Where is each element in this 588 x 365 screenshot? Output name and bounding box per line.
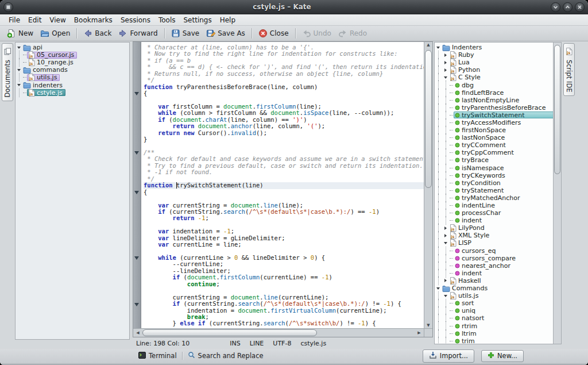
tree-scroll-thumb[interactable] bbox=[554, 45, 560, 174]
tree-item[interactable]: cursors_eq bbox=[454, 247, 499, 254]
collapse-arrow-icon[interactable] bbox=[16, 69, 22, 71]
titlebar[interactable]: cstyle.js – Kate bbox=[0, 0, 588, 14]
script-item-trycppcomment[interactable]: tryCppComment bbox=[435, 149, 561, 156]
tree-item[interactable]: tryCondition bbox=[454, 179, 504, 186]
code-line[interactable]: { bbox=[144, 189, 424, 195]
tree-item[interactable]: jsPython bbox=[448, 67, 483, 74]
scroll-left-arrow-icon[interactable]: ◀ bbox=[134, 331, 142, 335]
menu-edit[interactable]: Edit bbox=[24, 16, 45, 25]
menu-help[interactable]: Help bbox=[216, 16, 239, 25]
tree-item[interactable]: jsHaskell bbox=[448, 277, 484, 284]
script-item-processchar[interactable]: processChar bbox=[435, 209, 561, 217]
insert-mode-indicator[interactable]: INS bbox=[230, 340, 240, 347]
expand-arrow-icon[interactable] bbox=[442, 279, 448, 282]
fold-marker-icon[interactable] bbox=[134, 92, 139, 95]
code-line[interactable]: function tryParenthesisBeforeBrace(line,… bbox=[144, 84, 424, 90]
tree-item[interactable]: tryCKeywords bbox=[454, 172, 508, 179]
document-item-utils-js[interactable]: jsutils.js bbox=[16, 74, 129, 81]
document-item-cstyle-js[interactable]: jscstyle.js bbox=[16, 89, 129, 97]
script-item-tryckeywords[interactable]: tryCKeywords bbox=[435, 172, 561, 179]
script-item-trystatement[interactable]: tryStatement bbox=[435, 187, 561, 194]
new-button[interactable]: New bbox=[3, 28, 37, 39]
maximize-icon[interactable] bbox=[563, 2, 572, 12]
horizontal-scroll-thumb[interactable] bbox=[142, 329, 317, 336]
tree-item[interactable]: Indenters bbox=[441, 44, 485, 51]
documents-tab[interactable]: Documents bbox=[2, 43, 13, 101]
script-item-uniq[interactable]: uniq bbox=[435, 307, 561, 314]
script-item-trycondition[interactable]: tryCondition bbox=[435, 179, 561, 187]
expand-arrow-icon[interactable] bbox=[442, 53, 448, 57]
collapse-arrow-icon[interactable] bbox=[435, 287, 441, 290]
tree-item[interactable]: indent bbox=[454, 270, 485, 276]
tree-item[interactable]: lastNonSpace bbox=[454, 135, 508, 141]
menu-file[interactable]: File bbox=[5, 16, 24, 25]
collapse-arrow-icon[interactable] bbox=[442, 295, 448, 297]
tree-item[interactable]: jsRuby bbox=[448, 52, 477, 59]
tree-item[interactable]: jsutils.js bbox=[27, 74, 60, 81]
close-button[interactable]: Close bbox=[255, 28, 292, 39]
fold-marker-icon[interactable] bbox=[134, 191, 139, 194]
script-item-tryaccessmodifiers[interactable]: tryAccessModifiers bbox=[435, 119, 561, 126]
scroll-up-arrow-icon[interactable]: ▲ bbox=[424, 43, 432, 47]
scroll-right-arrow-icon[interactable]: ▶ bbox=[415, 331, 423, 335]
tree-item[interactable]: uniq bbox=[454, 308, 478, 314]
minimize-icon[interactable] bbox=[551, 2, 560, 12]
tree-item[interactable]: js05_cursor.js bbox=[27, 52, 77, 59]
close-window-icon[interactable] bbox=[575, 2, 585, 12]
back-button[interactable]: Back bbox=[80, 28, 115, 39]
tree-item[interactable]: trim bbox=[454, 337, 478, 344]
scroll-down-arrow-icon[interactable]: ▼ bbox=[424, 323, 432, 328]
script-item-trymatchedanchor[interactable]: tryMatchedAnchor bbox=[435, 194, 561, 202]
tree-item[interactable]: indenters bbox=[22, 82, 65, 89]
code-line[interactable]: return new Cursor().invalid(); bbox=[144, 130, 424, 136]
script-item-cursors-compare[interactable]: cursors_compare bbox=[435, 255, 561, 262]
tree-item[interactable]: tryMatchedAnchor bbox=[454, 194, 523, 201]
document-item-05-cursor-js[interactable]: js05_cursor.js bbox=[16, 51, 129, 59]
encoding-indicator[interactable]: UTF-8 bbox=[273, 340, 291, 347]
script-item-firstnonspace[interactable]: firstNonSpace bbox=[435, 126, 561, 134]
tree-item[interactable]: lastNonEmptyLine bbox=[454, 97, 522, 103]
code-line[interactable]: function trySwitchStatement(line) bbox=[144, 182, 424, 189]
code-line[interactable]: } else if (currentString.search(/^\s*swi… bbox=[144, 320, 424, 326]
tree-item[interactable]: jsLilyPond bbox=[448, 225, 488, 232]
tree-item[interactable]: sort bbox=[454, 300, 477, 307]
expand-arrow-icon[interactable] bbox=[442, 68, 448, 72]
vertical-scroll-thumb[interactable] bbox=[425, 50, 432, 188]
tree-item[interactable]: indent bbox=[454, 217, 485, 224]
code-line[interactable]: * Returns null, if no success, otherwise… bbox=[144, 71, 424, 77]
document-item-indenters[interactable]: indenters bbox=[16, 81, 129, 89]
script-item-haskell[interactable]: jsHaskell bbox=[435, 277, 561, 285]
tree-item[interactable]: tryAccessModifiers bbox=[454, 119, 524, 126]
tree-item[interactable]: processChar bbox=[454, 210, 504, 217]
tree-item[interactable]: jsC Style bbox=[448, 74, 483, 81]
save-button[interactable]: Save bbox=[168, 28, 203, 39]
code-line[interactable]: } bbox=[144, 136, 424, 143]
tree-item[interactable]: trySwitchStatement bbox=[454, 112, 561, 118]
code-line[interactable] bbox=[144, 143, 424, 149]
tree-item[interactable]: tryBrace bbox=[454, 157, 492, 164]
save-as-button[interactable]: Save As bbox=[203, 28, 249, 39]
menu-sessions[interactable]: Sessions bbox=[117, 16, 154, 25]
tree-item[interactable]: nearest_anchor bbox=[454, 262, 513, 269]
tree-item[interactable]: api bbox=[22, 44, 45, 51]
menu-tools[interactable]: Tools bbox=[154, 16, 180, 25]
script-item-indenters[interactable]: Indenters bbox=[435, 44, 561, 51]
script-item-commands[interactable]: Commands bbox=[435, 285, 561, 292]
document-item-commands[interactable]: commands bbox=[16, 66, 129, 74]
tree-item[interactable]: tryStatement bbox=[454, 187, 506, 194]
new-button[interactable]: New... bbox=[481, 350, 524, 362]
script-item-utils-js[interactable]: jsutils.js bbox=[435, 292, 561, 299]
tree-item[interactable]: cursors_compare bbox=[454, 255, 519, 262]
tree-item[interactable]: js10_range.js bbox=[27, 59, 76, 66]
tree-item[interactable]: tryParenthesisBeforeBrace bbox=[454, 104, 548, 111]
script-item-indent[interactable]: indent bbox=[435, 217, 561, 224]
open-button[interactable]: Open bbox=[37, 28, 74, 39]
code-line[interactable]: continue; bbox=[144, 281, 424, 287]
document-item-api[interactable]: api bbox=[16, 44, 129, 51]
script-item-findleftbrace[interactable]: findLeftBrace bbox=[435, 89, 561, 97]
editor-vertical-scrollbar[interactable]: ▲ ▼ bbox=[424, 42, 432, 328]
tree-item[interactable]: tryCppComment bbox=[454, 149, 517, 156]
code-line[interactable]: return -1; bbox=[144, 215, 424, 221]
script-item-xml-style[interactable]: jsXML Style bbox=[435, 232, 561, 239]
script-item-lisp[interactable]: jsLISP bbox=[435, 239, 561, 247]
